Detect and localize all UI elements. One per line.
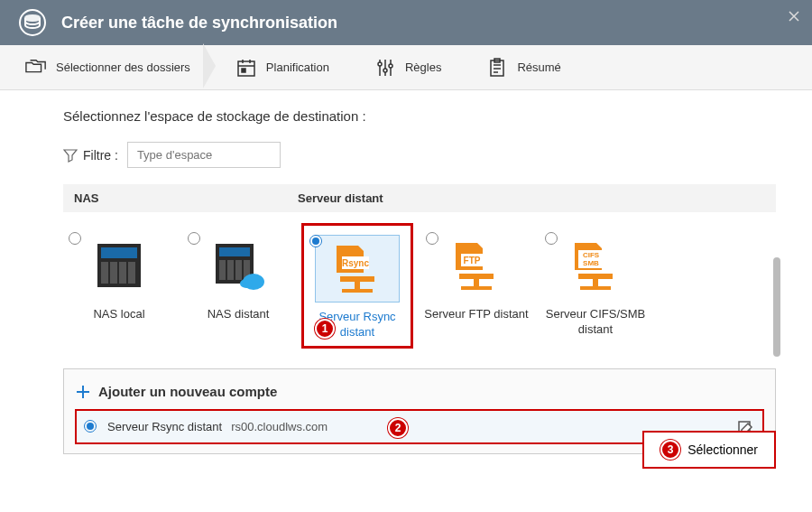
close-icon[interactable] — [787, 9, 801, 23]
filter-row: Filtre : — [63, 142, 776, 168]
option-nas-local[interactable]: NAS local — [63, 223, 175, 349]
callout-1: 1 — [315, 319, 335, 339]
main-content: Sélectionnez l'espace de stockage de des… — [0, 90, 812, 472]
select-button-label: Sélectionner — [687, 442, 758, 457]
scrollbar[interactable] — [773, 257, 780, 357]
add-account-label: Ajouter un nouveau compte — [98, 384, 277, 399]
dialog-header: Créer une tâche de synchronisation — [0, 0, 812, 45]
svg-rect-3 — [242, 69, 245, 72]
step-folders-label: Sélectionner des dossiers — [56, 61, 190, 74]
sliders-icon — [374, 57, 396, 79]
svg-rect-25 — [355, 282, 360, 289]
select-button[interactable]: 3 Sélectionner — [642, 431, 776, 469]
account-radio[interactable] — [84, 420, 97, 433]
category-remote: Serveur distant — [298, 191, 383, 205]
step-folders[interactable]: Sélectionner des dossiers — [25, 57, 190, 79]
callout-2: 2 — [388, 418, 408, 438]
dialog-title: Créer une tâche de synchronisation — [61, 14, 337, 33]
svg-rect-2 — [238, 61, 254, 76]
radio-nas-local[interactable] — [69, 232, 81, 245]
option-ftp[interactable]: FTP Serveur FTP distant — [420, 223, 532, 349]
svg-point-5 — [383, 69, 387, 72]
account-name: Serveur Rsync distant — [107, 420, 222, 433]
svg-rect-13 — [128, 262, 135, 284]
callout-3: 3 — [660, 440, 680, 460]
cifs-server-icon: CIFSSMB — [553, 232, 638, 300]
svg-rect-17 — [227, 260, 234, 280]
svg-rect-12 — [119, 262, 126, 284]
svg-rect-29 — [459, 274, 494, 279]
svg-rect-26 — [342, 289, 373, 293]
funnel-icon — [63, 148, 78, 163]
svg-rect-9 — [101, 247, 137, 258]
option-ftp-label: Serveur FTP distant — [420, 307, 532, 322]
calendar-icon — [235, 57, 257, 79]
nas-remote-icon — [196, 232, 281, 300]
radio-nas-remote[interactable] — [188, 232, 200, 245]
svg-text:Rsync: Rsync — [342, 258, 369, 268]
step-rules-label: Règles — [405, 61, 441, 74]
option-cifs-label: Serveur CIFS/SMB distant — [540, 307, 651, 338]
account-host: rs00.cloudlws.com — [231, 420, 328, 433]
option-nas-remote[interactable]: NAS distant — [182, 223, 294, 349]
category-header: NAS Serveur distant — [63, 184, 776, 212]
svg-rect-24 — [340, 276, 374, 282]
folders-icon — [25, 57, 47, 79]
wizard-steps: Sélectionner des dossiers Planification … — [0, 45, 812, 90]
svg-rect-31 — [461, 286, 492, 290]
svg-text:FTP: FTP — [464, 256, 481, 265]
storage-options: NAS local NAS distant Rsync Serveur Rsyn… — [63, 223, 776, 349]
summary-icon — [486, 57, 508, 79]
svg-rect-36 — [593, 279, 598, 286]
option-nas-local-label: NAS local — [63, 307, 175, 322]
svg-rect-35 — [578, 274, 613, 279]
plus-icon — [75, 384, 91, 400]
add-account-button[interactable]: Ajouter un nouveau compte — [75, 378, 764, 405]
svg-point-1 — [25, 15, 40, 21]
radio-ftp[interactable] — [426, 232, 438, 245]
svg-rect-11 — [110, 262, 117, 284]
option-cifs[interactable]: CIFSSMB Serveur CIFS/SMB distant — [540, 223, 651, 349]
step-schedule[interactable]: Planification — [235, 57, 329, 79]
sync-icon — [14, 5, 51, 41]
radio-rsync[interactable] — [309, 235, 322, 247]
step-summary[interactable]: Résumé — [486, 57, 560, 79]
svg-point-4 — [378, 62, 382, 66]
svg-point-0 — [20, 10, 45, 35]
svg-point-21 — [240, 279, 253, 288]
svg-point-6 — [389, 64, 392, 68]
category-nas: NAS — [74, 191, 298, 205]
svg-rect-37 — [580, 286, 611, 290]
rsync-server-icon: Rsync — [315, 235, 400, 303]
svg-rect-10 — [101, 262, 108, 284]
nas-local-icon — [77, 232, 161, 300]
svg-text:CIFS: CIFS — [583, 251, 600, 259]
svg-rect-30 — [474, 279, 479, 286]
filter-type-select[interactable] — [127, 142, 281, 168]
ftp-server-icon: FTP — [434, 232, 519, 300]
radio-cifs[interactable] — [545, 232, 558, 245]
option-nas-remote-label: NAS distant — [182, 307, 294, 322]
filter-label: Filtre : — [63, 148, 118, 163]
svg-rect-18 — [235, 260, 242, 280]
step-rules[interactable]: Règles — [374, 57, 441, 79]
step-schedule-label: Planification — [266, 61, 329, 74]
svg-rect-16 — [219, 260, 226, 280]
svg-rect-15 — [219, 247, 250, 256]
svg-text:SMB: SMB — [583, 259, 599, 267]
step-summary-label: Résumé — [517, 61, 560, 74]
option-rsync[interactable]: Rsync Serveur Rsync distant 1 — [301, 223, 413, 349]
instruction-text: Sélectionnez l'espace de stockage de des… — [63, 108, 776, 124]
